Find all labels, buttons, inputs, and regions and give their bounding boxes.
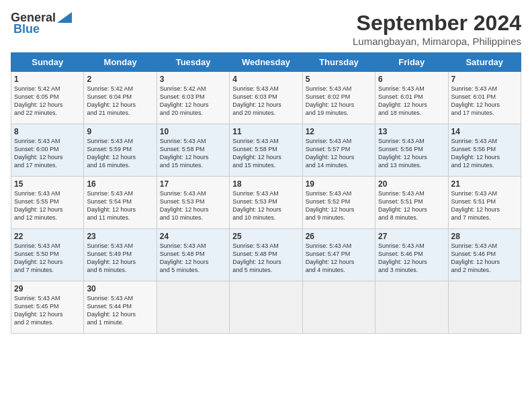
- table-cell: 22Sunrise: 5:43 AM Sunset: 5:50 PM Dayli…: [11, 229, 84, 281]
- table-cell: 4Sunrise: 5:43 AM Sunset: 6:03 PM Daylig…: [230, 72, 302, 124]
- day-number: 12: [306, 127, 372, 136]
- cell-data: Sunrise: 5:43 AM Sunset: 5:51 PM Dayligh…: [378, 189, 445, 222]
- table-cell: 20Sunrise: 5:43 AM Sunset: 5:51 PM Dayli…: [375, 177, 448, 229]
- cell-data: Sunrise: 5:43 AM Sunset: 5:46 PM Dayligh…: [378, 242, 445, 275]
- day-number: 3: [160, 75, 226, 84]
- day-number: 6: [378, 75, 445, 84]
- day-number: 8: [14, 127, 81, 136]
- cell-data: Sunrise: 5:43 AM Sunset: 5:47 PM Dayligh…: [306, 242, 372, 275]
- col-sunday: Sunday: [11, 53, 84, 72]
- cell-data: Sunrise: 5:42 AM Sunset: 6:05 PM Dayligh…: [14, 85, 81, 118]
- cell-data: Sunrise: 5:43 AM Sunset: 5:48 PM Dayligh…: [160, 242, 226, 275]
- day-number: 1: [14, 75, 81, 84]
- cell-data: Sunrise: 5:43 AM Sunset: 6:02 PM Dayligh…: [306, 85, 372, 118]
- cell-data: Sunrise: 5:43 AM Sunset: 6:01 PM Dayligh…: [451, 85, 518, 118]
- month-year-title: September 2024: [353, 11, 521, 36]
- day-number: 2: [87, 75, 153, 84]
- day-number: 21: [451, 179, 518, 189]
- day-number: 17: [160, 179, 226, 189]
- table-cell: 26Sunrise: 5:43 AM Sunset: 5:47 PM Dayli…: [302, 229, 375, 281]
- day-number: 16: [87, 179, 153, 189]
- location-subtitle: Lumangbayan, Mimaropa, Philippines: [353, 36, 521, 47]
- day-number: 4: [232, 75, 299, 84]
- day-number: 15: [14, 179, 81, 189]
- cell-data: Sunrise: 5:43 AM Sunset: 6:03 PM Dayligh…: [232, 85, 299, 118]
- cell-data: Sunrise: 5:43 AM Sunset: 5:48 PM Dayligh…: [232, 242, 299, 275]
- week-row-2: 8Sunrise: 5:43 AM Sunset: 6:00 PM Daylig…: [11, 124, 521, 177]
- cell-data: Sunrise: 5:43 AM Sunset: 5:55 PM Dayligh…: [14, 189, 81, 222]
- table-cell: 11Sunrise: 5:43 AM Sunset: 5:58 PM Dayli…: [230, 124, 302, 177]
- day-number: 5: [306, 75, 372, 84]
- col-tuesday: Tuesday: [157, 53, 229, 72]
- table-cell: [448, 281, 521, 334]
- title-section: September 2024 Lumangbayan, Mimaropa, Ph…: [353, 11, 521, 47]
- week-row-5: 29Sunrise: 5:43 AM Sunset: 5:45 PM Dayli…: [11, 281, 521, 334]
- table-cell: [375, 281, 448, 334]
- cell-data: Sunrise: 5:43 AM Sunset: 5:46 PM Dayligh…: [451, 242, 518, 275]
- col-wednesday: Wednesday: [230, 53, 302, 72]
- col-friday: Friday: [375, 53, 448, 72]
- day-number: 28: [451, 232, 518, 241]
- cell-data: Sunrise: 5:43 AM Sunset: 5:58 PM Dayligh…: [232, 137, 299, 170]
- table-cell: 25Sunrise: 5:43 AM Sunset: 5:48 PM Dayli…: [230, 229, 302, 281]
- cell-data: Sunrise: 5:43 AM Sunset: 5:45 PM Dayligh…: [14, 294, 81, 327]
- logo-icon: [57, 12, 72, 23]
- day-number: 20: [378, 179, 445, 189]
- table-cell: 29Sunrise: 5:43 AM Sunset: 5:45 PM Dayli…: [11, 281, 84, 334]
- cell-data: Sunrise: 5:43 AM Sunset: 5:59 PM Dayligh…: [87, 137, 153, 170]
- day-number: 7: [451, 75, 518, 84]
- table-cell: 1Sunrise: 5:42 AM Sunset: 6:05 PM Daylig…: [11, 72, 84, 124]
- svg-marker-0: [57, 12, 72, 23]
- week-row-3: 15Sunrise: 5:43 AM Sunset: 5:55 PM Dayli…: [11, 177, 521, 229]
- day-number: 11: [232, 127, 299, 136]
- day-number: 25: [232, 232, 299, 241]
- table-cell: 24Sunrise: 5:43 AM Sunset: 5:48 PM Dayli…: [157, 229, 229, 281]
- page-header: General Blue September 2024 Lumangbayan,…: [11, 11, 521, 47]
- table-cell: 21Sunrise: 5:43 AM Sunset: 5:51 PM Dayli…: [448, 177, 521, 229]
- table-cell: 23Sunrise: 5:43 AM Sunset: 5:49 PM Dayli…: [84, 229, 157, 281]
- cell-data: Sunrise: 5:43 AM Sunset: 5:58 PM Dayligh…: [160, 137, 226, 170]
- day-number: 18: [232, 179, 299, 189]
- cell-data: Sunrise: 5:42 AM Sunset: 6:04 PM Dayligh…: [87, 85, 153, 118]
- cell-data: Sunrise: 5:43 AM Sunset: 5:44 PM Dayligh…: [87, 294, 153, 327]
- cell-data: Sunrise: 5:43 AM Sunset: 5:53 PM Dayligh…: [232, 189, 299, 222]
- day-number: 30: [87, 284, 153, 293]
- day-number: 10: [160, 127, 226, 136]
- day-number: 22: [14, 232, 81, 241]
- table-cell: 18Sunrise: 5:43 AM Sunset: 5:53 PM Dayli…: [230, 177, 302, 229]
- table-cell: 7Sunrise: 5:43 AM Sunset: 6:01 PM Daylig…: [448, 72, 521, 124]
- table-cell: 10Sunrise: 5:43 AM Sunset: 5:58 PM Dayli…: [157, 124, 229, 177]
- table-cell: 19Sunrise: 5:43 AM Sunset: 5:52 PM Dayli…: [302, 177, 375, 229]
- day-number: 14: [451, 127, 518, 136]
- cell-data: Sunrise: 5:43 AM Sunset: 6:00 PM Dayligh…: [14, 137, 81, 170]
- table-cell: 17Sunrise: 5:43 AM Sunset: 5:53 PM Dayli…: [157, 177, 229, 229]
- table-cell: 5Sunrise: 5:43 AM Sunset: 6:02 PM Daylig…: [302, 72, 375, 124]
- cell-data: Sunrise: 5:43 AM Sunset: 5:51 PM Dayligh…: [451, 189, 518, 222]
- table-cell: 15Sunrise: 5:43 AM Sunset: 5:55 PM Dayli…: [11, 177, 84, 229]
- table-cell: 27Sunrise: 5:43 AM Sunset: 5:46 PM Dayli…: [375, 229, 448, 281]
- table-cell: 28Sunrise: 5:43 AM Sunset: 5:46 PM Dayli…: [448, 229, 521, 281]
- table-cell: 12Sunrise: 5:43 AM Sunset: 5:57 PM Dayli…: [302, 124, 375, 177]
- week-row-4: 22Sunrise: 5:43 AM Sunset: 5:50 PM Dayli…: [11, 229, 521, 281]
- day-number: 23: [87, 232, 153, 241]
- cell-data: Sunrise: 5:43 AM Sunset: 5:54 PM Dayligh…: [87, 189, 153, 222]
- cell-data: Sunrise: 5:43 AM Sunset: 5:49 PM Dayligh…: [87, 242, 153, 275]
- table-cell: 6Sunrise: 5:43 AM Sunset: 6:01 PM Daylig…: [375, 72, 448, 124]
- col-thursday: Thursday: [302, 53, 375, 72]
- table-cell: 16Sunrise: 5:43 AM Sunset: 5:54 PM Dayli…: [84, 177, 157, 229]
- table-cell: [302, 281, 375, 334]
- table-cell: [157, 281, 229, 334]
- cell-data: Sunrise: 5:43 AM Sunset: 5:52 PM Dayligh…: [306, 189, 372, 222]
- cell-data: Sunrise: 5:42 AM Sunset: 6:03 PM Dayligh…: [160, 85, 226, 118]
- logo-blue: Blue: [13, 22, 40, 36]
- day-number: 27: [378, 232, 445, 241]
- week-row-1: 1Sunrise: 5:42 AM Sunset: 6:05 PM Daylig…: [11, 72, 521, 124]
- cell-data: Sunrise: 5:43 AM Sunset: 6:01 PM Dayligh…: [378, 85, 445, 118]
- cell-data: Sunrise: 5:43 AM Sunset: 5:50 PM Dayligh…: [14, 242, 81, 275]
- table-cell: 3Sunrise: 5:42 AM Sunset: 6:03 PM Daylig…: [157, 72, 229, 124]
- cell-data: Sunrise: 5:43 AM Sunset: 5:53 PM Dayligh…: [160, 189, 226, 222]
- day-number: 26: [306, 232, 372, 241]
- table-cell: 30Sunrise: 5:43 AM Sunset: 5:44 PM Dayli…: [84, 281, 157, 334]
- calendar-header-row: Sunday Monday Tuesday Wednesday Thursday…: [11, 53, 521, 72]
- col-monday: Monday: [84, 53, 157, 72]
